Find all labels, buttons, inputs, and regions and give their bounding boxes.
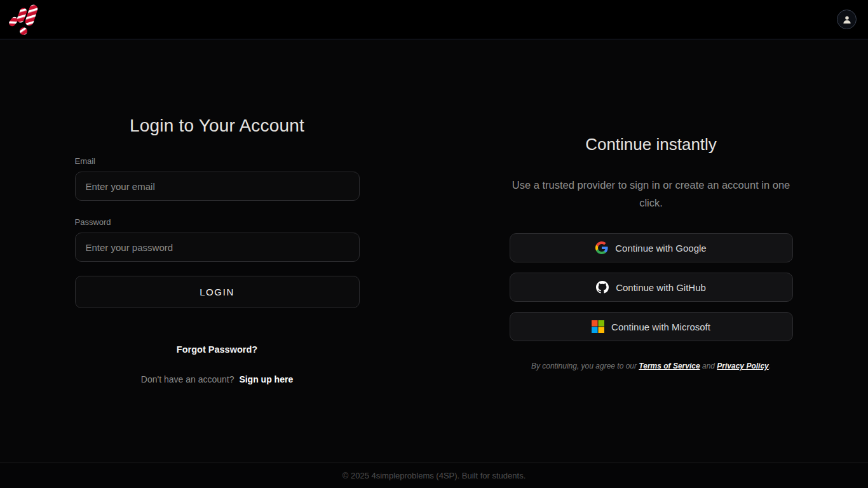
legal-prefix: By continuing, you agree to our [531,362,639,370]
legal-suffix: . [769,362,771,370]
microsoft-icon [592,320,604,333]
credentials-login-section: Login to Your Account Email Password LOG… [0,39,434,463]
microsoft-button-label: Continue with Microsoft [611,322,710,332]
account-avatar-button[interactable] [837,10,857,29]
continue-with-google-button[interactable]: Continue with Google [510,233,793,262]
privacy-policy-link[interactable]: Privacy Policy [717,362,768,370]
login-title: Login to Your Account [75,116,360,136]
4sp-logo-icon [8,4,38,35]
email-field-group: Email [75,156,360,201]
email-label: Email [75,156,360,166]
legal-agreement-text: By continuing, you agree to our Terms of… [531,362,771,370]
signup-link[interactable]: Sign up here [239,374,293,384]
signup-prompt-line: Don't have an account? Sign up here [75,374,360,384]
terms-of-service-link[interactable]: Terms of Service [639,362,700,370]
login-page-content: Login to Your Account Email Password LOG… [0,39,868,463]
copyright-text: © 2025 4simpleproblems (4SP). Built for … [342,471,526,480]
continue-with-github-button[interactable]: Continue with GitHub [510,273,793,302]
github-icon [596,281,609,294]
provider-login-section: Continue instantly Use a trusted provide… [434,39,868,463]
password-field-group: Password [75,217,360,262]
continue-with-microsoft-button[interactable]: Continue with Microsoft [510,312,793,341]
signup-prompt-text: Don't have an account? [141,374,234,384]
email-input[interactable] [75,172,360,201]
logo-link[interactable] [8,4,38,35]
provider-description: Use a trusted provider to sign in or cre… [510,176,793,212]
user-avatar-icon [841,14,853,25]
google-icon [595,241,608,254]
legal-middle: and [700,362,717,370]
login-button[interactable]: LOGIN [75,276,360,308]
password-input[interactable] [75,233,360,262]
page-footer: © 2025 4simpleproblems (4SP). Built for … [0,463,868,488]
top-navigation-bar [0,0,868,39]
password-label: Password [75,217,360,227]
github-button-label: Continue with GitHub [616,282,706,293]
google-button-label: Continue with Google [615,243,706,254]
continue-instantly-title: Continue instantly [585,135,717,154]
forgot-password-link[interactable]: Forgot Password? [177,344,257,355]
